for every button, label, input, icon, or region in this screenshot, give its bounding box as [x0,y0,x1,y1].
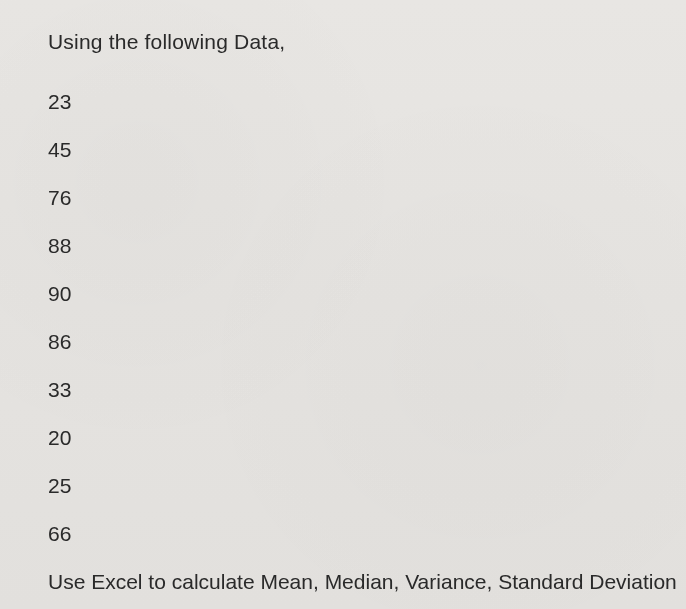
data-value: 45 [48,126,686,174]
instruction-text: Use Excel to calculate Mean, Median, Var… [48,570,686,594]
data-value: 23 [48,78,686,126]
data-value: 90 [48,270,686,318]
data-value: 25 [48,462,686,510]
data-value: 88 [48,222,686,270]
question-heading: Using the following Data, [48,30,686,54]
data-values-list: 23 45 76 88 90 86 33 20 25 66 [48,78,686,558]
data-value: 86 [48,318,686,366]
data-value: 33 [48,366,686,414]
data-value: 20 [48,414,686,462]
data-value: 66 [48,510,686,558]
data-value: 76 [48,174,686,222]
